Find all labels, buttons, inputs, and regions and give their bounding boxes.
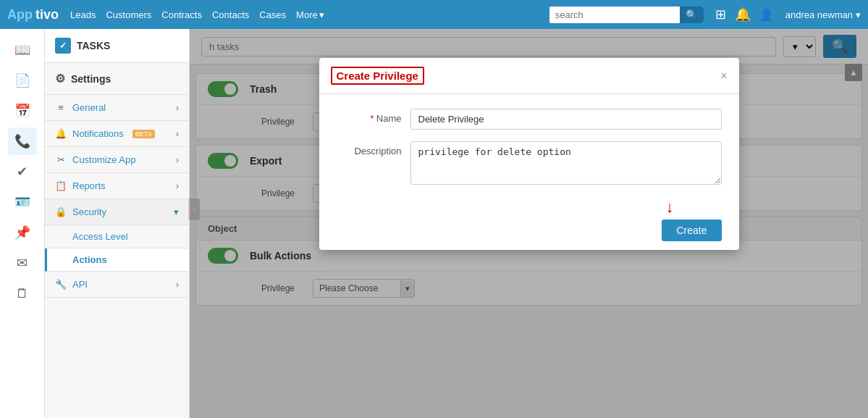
- user-icon[interactable]: 👤: [759, 8, 774, 22]
- modal-title: Create Privilege: [331, 67, 424, 85]
- sidebar-item-customize-label: Customize App: [72, 154, 135, 165]
- customize-chevron-icon: ›: [176, 154, 179, 165]
- user-chevron-icon: ▾: [856, 9, 861, 20]
- tasks-label: TASKS: [77, 40, 110, 51]
- api-icon: 🔧: [55, 279, 67, 290]
- security-icon: 🔒: [55, 206, 67, 217]
- icon-bar-note[interactable]: 🗒: [8, 280, 37, 307]
- icon-bar-card[interactable]: 🪪: [8, 188, 37, 216]
- general-icon: ≡: [55, 102, 67, 113]
- icon-bar-book[interactable]: 📖: [8, 36, 37, 64]
- settings-label: Settings: [71, 73, 111, 85]
- modal-body: * Name Description privilege for delete …: [319, 94, 739, 211]
- name-input[interactable]: [410, 109, 722, 130]
- arrow-indicator: ↓: [666, 198, 674, 217]
- description-form-row: Description privilege for delete option: [337, 141, 722, 185]
- name-form-row: * Name: [337, 109, 722, 130]
- nav-cases[interactable]: Cases: [259, 9, 286, 20]
- chevron-right-icon: ›: [176, 102, 179, 113]
- security-chevron-icon: ▾: [174, 206, 179, 217]
- name-label: * Name: [337, 109, 402, 124]
- content-area: ▾ 🔍 ▲ Trash Privilege Please Choose ▾: [190, 29, 868, 418]
- user-menu[interactable]: andrea newman ▾: [785, 9, 861, 20]
- actions-label: Actions: [72, 254, 107, 265]
- beta-badge: BETA: [132, 130, 155, 138]
- nav-contracts[interactable]: Contracts: [161, 9, 202, 20]
- icon-bar-phone[interactable]: 📞: [8, 128, 37, 155]
- bell-icon[interactable]: 🔔: [735, 7, 751, 22]
- notifications-icon: 🔔: [55, 128, 67, 139]
- top-nav: Apptivo Leads Customers Contracts Contac…: [0, 0, 868, 29]
- description-textarea[interactable]: privilege for delete option: [410, 141, 722, 185]
- modal-overlay: Create Privilege × * Name Description: [190, 29, 868, 418]
- notifications-chevron-icon: ›: [176, 128, 179, 139]
- modal-header: Create Privilege ×: [319, 58, 739, 94]
- logo: Apptivo: [7, 7, 59, 22]
- api-chevron-icon: ›: [176, 279, 179, 290]
- access-level-label: Access Level: [72, 231, 128, 242]
- sidebar-item-general[interactable]: ≡ General ›: [45, 95, 189, 121]
- create-privilege-modal: Create Privilege × * Name Description: [319, 58, 739, 250]
- sidebar-item-reports[interactable]: 📋 Reports ›: [45, 173, 189, 199]
- sidebar-item-api-label: API: [72, 279, 88, 290]
- search-button[interactable]: 🔍: [680, 7, 704, 23]
- icon-bar-mail[interactable]: ✉: [8, 249, 37, 277]
- icon-bar-check[interactable]: ✔: [8, 158, 37, 185]
- sidebar: ✓ TASKS ⚙ Settings ≡ General › 🔔 Notific…: [45, 29, 190, 418]
- sidebar-item-notifications-label: Notifications: [72, 128, 124, 139]
- sidebar-item-security[interactable]: 🔒 Security ▾: [45, 199, 189, 225]
- sidebar-item-general-label: General: [72, 102, 106, 113]
- sidebar-item-notifications[interactable]: 🔔 Notifications BETA ›: [45, 121, 189, 147]
- nav-customers[interactable]: Customers: [106, 9, 151, 20]
- gear-icon: ⚙: [55, 72, 65, 85]
- tasks-header: ✓ TASKS: [45, 29, 189, 63]
- sidebar-item-customize[interactable]: ✂ Customize App ›: [45, 147, 189, 173]
- top-icons: ⊞ 🔔 👤: [715, 7, 774, 22]
- sidebar-item-api[interactable]: 🔧 API ›: [45, 272, 189, 298]
- sidebar-item-security-label: Security: [72, 206, 106, 217]
- icon-bar: 📖 📄 📅 📞 ✔ 🪪 📌 ✉ 🗒: [0, 29, 45, 418]
- create-button[interactable]: Create: [662, 220, 721, 241]
- modal-footer: ↓ Create: [319, 211, 739, 250]
- icon-bar-list[interactable]: 📄: [8, 67, 37, 94]
- modal-close-button[interactable]: ×: [720, 70, 727, 83]
- search-bar: 🔍: [549, 7, 704, 23]
- customize-icon: ✂: [55, 154, 67, 165]
- nav-contacts[interactable]: Contacts: [212, 9, 249, 20]
- main-layout: 📖 📄 📅 📞 ✔ 🪪 📌 ✉ 🗒 ✓ TASKS ⚙ Settings ≡ G…: [0, 29, 868, 418]
- chevron-down-icon: ▾: [319, 9, 324, 20]
- search-input[interactable]: [549, 7, 680, 23]
- task-icon: ✓: [55, 38, 71, 54]
- sidebar-item-access-level[interactable]: Access Level: [45, 225, 189, 248]
- sidebar-item-reports-label: Reports: [72, 180, 106, 191]
- nav-more[interactable]: More ▾: [296, 9, 324, 20]
- icon-bar-pin[interactable]: 📌: [8, 219, 37, 246]
- description-label: Description: [337, 141, 402, 156]
- required-asterisk: *: [370, 113, 376, 124]
- icon-bar-calendar[interactable]: 📅: [8, 97, 37, 125]
- nav-links: Leads Customers Contracts Contacts Cases…: [70, 9, 324, 20]
- reports-icon: 📋: [55, 180, 67, 191]
- reports-chevron-icon: ›: [176, 180, 179, 191]
- sidebar-item-actions[interactable]: Actions: [45, 248, 189, 272]
- nav-leads[interactable]: Leads: [70, 9, 96, 20]
- settings-header: ⚙ Settings: [45, 63, 189, 95]
- grid-icon[interactable]: ⊞: [715, 7, 726, 22]
